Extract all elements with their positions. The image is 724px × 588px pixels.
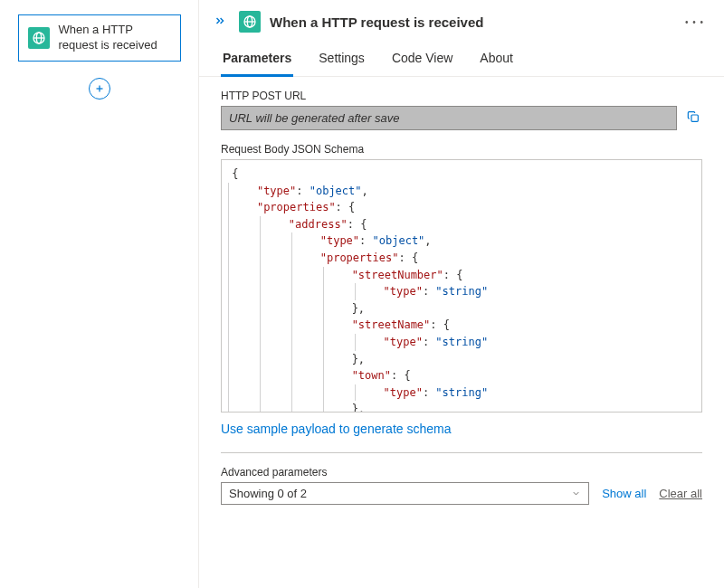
details-panel: When a HTTP request is received • • • Pa…: [199, 0, 724, 588]
http-post-url-field: URL will be generated after save: [221, 106, 677, 130]
advanced-params-select[interactable]: Showing 0 of 2: [221, 482, 589, 505]
tab-code-view[interactable]: Code View: [390, 45, 454, 77]
svg-rect-8: [691, 115, 698, 121]
canvas-panel: When a HTTP request is received: [0, 0, 199, 588]
trigger-card[interactable]: When a HTTP request is received: [18, 14, 181, 62]
add-step-button[interactable]: [89, 78, 110, 100]
http-request-icon: [28, 27, 50, 49]
advanced-params-label: Advanced parameters: [221, 466, 702, 479]
panel-content: HTTP POST URL URL will be generated afte…: [199, 77, 724, 588]
trigger-card-label: When a HTTP request is received: [59, 23, 171, 53]
http-request-icon: [239, 11, 261, 33]
panel-title: When a HTTP request is received: [270, 14, 483, 30]
collapse-panel-button[interactable]: [210, 13, 230, 32]
tab-parameters[interactable]: Parameters: [221, 45, 293, 77]
panel-header: When a HTTP request is received • • •: [199, 0, 724, 42]
more-actions-button[interactable]: • • •: [680, 15, 710, 29]
advanced-params-select-value: Showing 0 of 2: [229, 487, 307, 500]
sample-payload-link[interactable]: Use sample payload to generate schema: [221, 422, 451, 436]
tab-settings[interactable]: Settings: [317, 45, 367, 77]
schema-label: Request Body JSON Schema: [221, 143, 702, 156]
tab-about[interactable]: About: [478, 45, 515, 77]
copy-url-button[interactable]: [684, 108, 702, 128]
show-all-button[interactable]: Show all: [602, 487, 646, 500]
divider: [221, 452, 702, 453]
clear-all-button[interactable]: Clear all: [659, 487, 702, 500]
tabbar: Parameters Settings Code View About: [199, 42, 724, 77]
http-post-url-label: HTTP POST URL: [221, 90, 702, 102]
chevron-down-icon: [571, 488, 581, 498]
schema-editor[interactable]: { "type": "object", "properties": { "add…: [221, 159, 702, 413]
